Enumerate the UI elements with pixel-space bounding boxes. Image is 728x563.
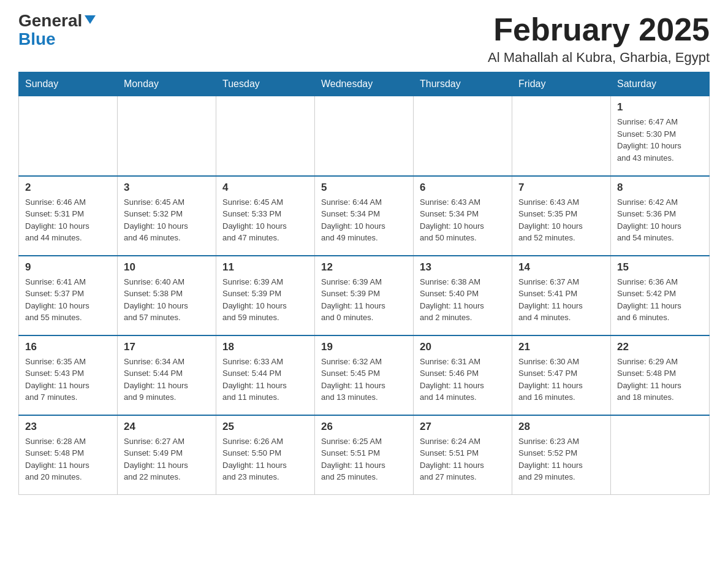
calendar-day-cell: 24Sunrise: 6:27 AM Sunset: 5:49 PM Dayli…	[118, 415, 216, 495]
page-header: General Blue February 2025 Al Mahallah a…	[18, 12, 710, 66]
calendar-day-cell: 20Sunrise: 6:31 AM Sunset: 5:46 PM Dayli…	[414, 335, 512, 415]
logo: General Blue	[18, 12, 97, 48]
day-number: 14	[518, 261, 604, 274]
day-number: 16	[25, 341, 111, 353]
calendar-week-row: 9Sunrise: 6:41 AM Sunset: 5:37 PM Daylig…	[19, 256, 710, 335]
calendar-day-cell: 18Sunrise: 6:33 AM Sunset: 5:44 PM Dayli…	[216, 335, 315, 415]
calendar-day-cell: 23Sunrise: 6:28 AM Sunset: 5:48 PM Dayli…	[19, 415, 118, 495]
weekday-header-monday: Monday	[118, 72, 216, 96]
calendar-day-cell: 5Sunrise: 6:44 AM Sunset: 5:34 PM Daylig…	[315, 176, 414, 256]
day-info: Sunrise: 6:25 AM Sunset: 5:51 PM Dayligh…	[321, 435, 407, 483]
calendar-day-cell: 26Sunrise: 6:25 AM Sunset: 5:51 PM Dayli…	[315, 415, 414, 495]
day-number: 27	[420, 421, 506, 433]
day-info: Sunrise: 6:33 AM Sunset: 5:44 PM Dayligh…	[222, 356, 308, 404]
day-number: 13	[420, 261, 506, 274]
calendar-day-cell: 10Sunrise: 6:40 AM Sunset: 5:38 PM Dayli…	[118, 256, 216, 335]
day-info: Sunrise: 6:37 AM Sunset: 5:41 PM Dayligh…	[518, 276, 604, 324]
day-info: Sunrise: 6:38 AM Sunset: 5:40 PM Dayligh…	[420, 276, 506, 324]
calendar-day-cell: 4Sunrise: 6:45 AM Sunset: 5:33 PM Daylig…	[216, 176, 315, 256]
calendar-day-cell: 11Sunrise: 6:39 AM Sunset: 5:39 PM Dayli…	[216, 256, 315, 335]
weekday-header-thursday: Thursday	[414, 72, 512, 96]
day-number: 28	[518, 421, 604, 433]
day-info: Sunrise: 6:31 AM Sunset: 5:46 PM Dayligh…	[420, 356, 506, 404]
day-info: Sunrise: 6:34 AM Sunset: 5:44 PM Dayligh…	[124, 356, 210, 404]
day-info: Sunrise: 6:35 AM Sunset: 5:43 PM Dayligh…	[25, 356, 111, 404]
day-info: Sunrise: 6:36 AM Sunset: 5:42 PM Dayligh…	[617, 276, 703, 324]
day-number: 5	[321, 182, 407, 194]
day-number: 2	[25, 182, 111, 194]
day-number: 24	[124, 421, 210, 433]
day-info: Sunrise: 6:43 AM Sunset: 5:35 PM Dayligh…	[518, 196, 604, 244]
calendar-day-cell: 12Sunrise: 6:39 AM Sunset: 5:39 PM Dayli…	[315, 256, 414, 335]
day-number: 10	[124, 261, 210, 274]
svg-marker-0	[85, 15, 96, 24]
calendar-day-cell	[315, 96, 414, 176]
day-info: Sunrise: 6:39 AM Sunset: 5:39 PM Dayligh…	[222, 276, 308, 324]
day-info: Sunrise: 6:45 AM Sunset: 5:32 PM Dayligh…	[124, 196, 210, 244]
day-number: 11	[222, 261, 308, 274]
weekday-header-wednesday: Wednesday	[315, 72, 414, 96]
weekday-header-saturday: Saturday	[611, 72, 710, 96]
day-info: Sunrise: 6:41 AM Sunset: 5:37 PM Dayligh…	[25, 276, 111, 324]
day-number: 9	[25, 261, 111, 274]
day-info: Sunrise: 6:45 AM Sunset: 5:33 PM Dayligh…	[222, 196, 308, 244]
weekday-header-sunday: Sunday	[19, 72, 118, 96]
calendar-day-cell: 19Sunrise: 6:32 AM Sunset: 5:45 PM Dayli…	[315, 335, 414, 415]
calendar-day-cell: 3Sunrise: 6:45 AM Sunset: 5:32 PM Daylig…	[118, 176, 216, 256]
calendar-day-cell: 25Sunrise: 6:26 AM Sunset: 5:50 PM Dayli…	[216, 415, 315, 495]
calendar-subtitle: Al Mahallah al Kubra, Gharbia, Egypt	[488, 50, 710, 66]
calendar-table: SundayMondayTuesdayWednesdayThursdayFrid…	[18, 72, 710, 495]
calendar-day-cell	[512, 96, 611, 176]
calendar-title: February 2025	[488, 12, 710, 47]
day-info: Sunrise: 6:27 AM Sunset: 5:49 PM Dayligh…	[124, 435, 210, 483]
day-number: 12	[321, 261, 407, 274]
calendar-day-cell	[611, 415, 710, 495]
day-number: 26	[321, 421, 407, 433]
day-number: 19	[321, 341, 407, 353]
calendar-day-cell: 8Sunrise: 6:42 AM Sunset: 5:36 PM Daylig…	[611, 176, 710, 256]
day-info: Sunrise: 6:42 AM Sunset: 5:36 PM Dayligh…	[617, 196, 703, 244]
calendar-day-cell: 1Sunrise: 6:47 AM Sunset: 5:30 PM Daylig…	[611, 96, 710, 176]
calendar-day-cell: 28Sunrise: 6:23 AM Sunset: 5:52 PM Dayli…	[512, 415, 611, 495]
day-info: Sunrise: 6:30 AM Sunset: 5:47 PM Dayligh…	[518, 356, 604, 404]
day-info: Sunrise: 6:32 AM Sunset: 5:45 PM Dayligh…	[321, 356, 407, 404]
calendar-day-cell: 6Sunrise: 6:43 AM Sunset: 5:34 PM Daylig…	[414, 176, 512, 256]
calendar-day-cell	[414, 96, 512, 176]
day-info: Sunrise: 6:44 AM Sunset: 5:34 PM Dayligh…	[321, 196, 407, 244]
weekday-header-row: SundayMondayTuesdayWednesdayThursdayFrid…	[19, 72, 710, 96]
calendar-day-cell: 15Sunrise: 6:36 AM Sunset: 5:42 PM Dayli…	[611, 256, 710, 335]
calendar-day-cell	[216, 96, 315, 176]
day-number: 21	[518, 341, 604, 353]
day-number: 23	[25, 421, 111, 433]
calendar-day-cell: 21Sunrise: 6:30 AM Sunset: 5:47 PM Dayli…	[512, 335, 611, 415]
calendar-day-cell	[118, 96, 216, 176]
day-info: Sunrise: 6:40 AM Sunset: 5:38 PM Dayligh…	[124, 276, 210, 324]
logo-blue: Blue	[18, 31, 56, 48]
day-info: Sunrise: 6:23 AM Sunset: 5:52 PM Dayligh…	[518, 435, 604, 483]
day-number: 8	[617, 182, 703, 194]
calendar-day-cell: 9Sunrise: 6:41 AM Sunset: 5:37 PM Daylig…	[19, 256, 118, 335]
calendar-day-cell: 2Sunrise: 6:46 AM Sunset: 5:31 PM Daylig…	[19, 176, 118, 256]
day-number: 4	[222, 182, 308, 194]
calendar-day-cell: 13Sunrise: 6:38 AM Sunset: 5:40 PM Dayli…	[414, 256, 512, 335]
day-number: 6	[420, 182, 506, 194]
day-info: Sunrise: 6:43 AM Sunset: 5:34 PM Dayligh…	[420, 196, 506, 244]
calendar-week-row: 2Sunrise: 6:46 AM Sunset: 5:31 PM Daylig…	[19, 176, 710, 256]
day-number: 3	[124, 182, 210, 194]
day-info: Sunrise: 6:24 AM Sunset: 5:51 PM Dayligh…	[420, 435, 506, 483]
weekday-header-tuesday: Tuesday	[216, 72, 315, 96]
calendar-day-cell: 16Sunrise: 6:35 AM Sunset: 5:43 PM Dayli…	[19, 335, 118, 415]
calendar-day-cell: 7Sunrise: 6:43 AM Sunset: 5:35 PM Daylig…	[512, 176, 611, 256]
calendar-day-cell	[19, 96, 118, 176]
calendar-week-row: 1Sunrise: 6:47 AM Sunset: 5:30 PM Daylig…	[19, 96, 710, 176]
day-info: Sunrise: 6:29 AM Sunset: 5:48 PM Dayligh…	[617, 356, 703, 404]
calendar-week-row: 16Sunrise: 6:35 AM Sunset: 5:43 PM Dayli…	[19, 335, 710, 415]
day-number: 18	[222, 341, 308, 353]
day-number: 20	[420, 341, 506, 353]
title-block: February 2025 Al Mahallah al Kubra, Ghar…	[488, 12, 710, 66]
day-info: Sunrise: 6:47 AM Sunset: 5:30 PM Dayligh…	[617, 116, 703, 164]
day-info: Sunrise: 6:39 AM Sunset: 5:39 PM Dayligh…	[321, 276, 407, 324]
day-info: Sunrise: 6:26 AM Sunset: 5:50 PM Dayligh…	[222, 435, 308, 483]
calendar-day-cell: 27Sunrise: 6:24 AM Sunset: 5:51 PM Dayli…	[414, 415, 512, 495]
day-number: 17	[124, 341, 210, 353]
